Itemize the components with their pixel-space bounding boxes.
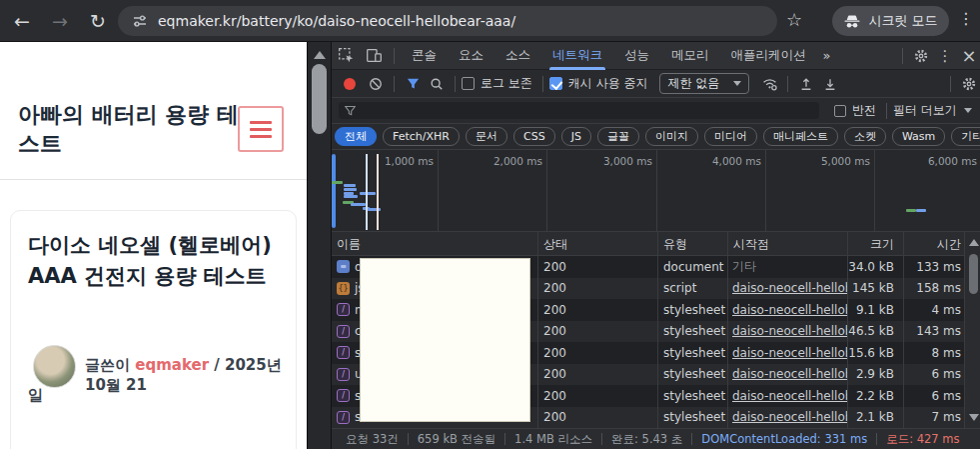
hamburger-menu-button[interactable] <box>238 106 284 152</box>
address-bar[interactable]: eqmaker.kr/battery/ko/daiso-neocell-hell… <box>118 6 777 36</box>
table-scrollbar[interactable] <box>964 232 980 428</box>
network-overview-timeline[interactable]: 1,000 ms2,000 ms3,000 ms4,000 ms5,000 ms… <box>332 150 980 232</box>
column-time[interactable]: 시간 <box>903 232 964 256</box>
timeline-request-bar <box>916 209 926 212</box>
column-status[interactable]: 상태 <box>537 232 657 256</box>
preserve-log-checkbox[interactable] <box>462 77 475 90</box>
request-time: 8 ms <box>903 342 964 364</box>
timeline-gridline <box>765 150 766 232</box>
column-type[interactable]: 유형 <box>657 232 727 256</box>
device-toolbar-icon[interactable] <box>360 42 388 70</box>
timeline-request-bar <box>368 208 381 211</box>
invert-checkbox[interactable] <box>834 105 846 117</box>
request-size: 46.5 kB <box>847 321 903 343</box>
bookmark-star-icon[interactable]: ☆ <box>786 9 802 30</box>
request-type: stylesheet <box>657 299 727 321</box>
search-icon[interactable] <box>425 72 449 96</box>
request-size: 2.2 kB <box>847 385 903 407</box>
filter-funnel-icon[interactable] <box>401 72 425 96</box>
throttling-select[interactable]: 제한 없음 <box>659 73 749 94</box>
network-conditions-icon[interactable] <box>757 72 781 96</box>
request-initiator[interactable]: daiso-neocell-hellobe <box>727 321 847 343</box>
column-initiator[interactable]: 시작점 <box>727 232 847 256</box>
network-settings-gear-icon[interactable] <box>957 72 980 96</box>
devtools-menu-icon[interactable]: ⋮ <box>933 42 957 70</box>
request-initiator[interactable]: 기타 <box>727 256 847 278</box>
import-har-icon[interactable] <box>794 72 818 96</box>
timeline-request-bar <box>906 209 916 212</box>
column-size[interactable]: 크기 <box>847 232 903 256</box>
close-icon[interactable]: × <box>957 42 980 70</box>
export-har-icon[interactable] <box>818 72 842 96</box>
devtools-tab[interactable]: 메모리 <box>660 42 720 70</box>
request-time: 143 ms <box>903 321 964 343</box>
settings-gear-icon[interactable] <box>909 42 933 70</box>
devtools-tab[interactable]: 소스 <box>494 42 541 70</box>
inspect-icon[interactable] <box>332 42 360 70</box>
request-size: 145 kB <box>847 278 903 300</box>
request-initiator[interactable]: daiso-neocell-hellobe <box>727 407 847 429</box>
article-title[interactable]: 다이소 네오셀 (헬로베어) AAA 건전지 용량 테스트 <box>28 230 282 292</box>
request-status: 200 <box>537 407 657 429</box>
disable-cache-checkbox[interactable] <box>549 77 562 90</box>
request-size: 15.6 kB <box>847 342 903 364</box>
column-name[interactable]: 이름 <box>332 232 537 256</box>
timeline-handle[interactable] <box>332 154 336 228</box>
forward-icon[interactable]: → <box>46 7 74 35</box>
filter-input[interactable] <box>339 102 819 119</box>
request-type-icon: {} <box>337 282 350 295</box>
back-icon[interactable]: ← <box>8 7 36 35</box>
devtools-tab[interactable]: 요소 <box>448 42 494 70</box>
timeline-gridline <box>874 150 875 232</box>
scroll-up-icon[interactable] <box>969 239 979 246</box>
record-icon[interactable] <box>344 78 356 90</box>
request-filter-chip[interactable]: 전체 <box>335 127 377 146</box>
request-initiator[interactable]: daiso-neocell-hellobe <box>727 299 847 321</box>
scroll-up-icon[interactable] <box>314 51 326 59</box>
request-filter-chip[interactable]: 소켓 <box>844 127 886 146</box>
site-title[interactable]: 아빠의 배터리 용량 테스트 <box>18 100 253 158</box>
request-filter-chip[interactable]: Wasm <box>892 127 945 146</box>
devtools-tab[interactable]: 콘솔 <box>401 42 448 70</box>
scrollbar-thumb[interactable] <box>312 64 327 134</box>
page-scrollbar[interactable] <box>307 42 331 449</box>
chevron-down-icon <box>964 108 972 113</box>
request-status: 200 <box>537 385 657 407</box>
author-link[interactable]: eqmaker <box>135 356 209 374</box>
request-filter-chip[interactable]: Fetch/XHR <box>383 127 460 146</box>
timeline-tick-label: 2,000 ms <box>485 155 542 167</box>
domcontentloaded-marker <box>366 154 368 230</box>
scroll-down-icon[interactable] <box>969 414 979 421</box>
request-initiator[interactable]: daiso-neocell-hellobe <box>727 364 847 386</box>
timeline-tick-label: 5,000 ms <box>812 155 870 167</box>
devtools-tab[interactable]: 성능 <box>613 42 660 70</box>
request-filter-chip[interactable]: 글꼴 <box>597 127 639 146</box>
reload-icon[interactable]: ↻ <box>84 7 112 35</box>
status-bar-item: 로드: 427 ms <box>877 432 968 447</box>
request-filter-chip[interactable]: 미디어 <box>704 127 757 146</box>
hamburger-menu-icon <box>250 121 272 124</box>
scrollbar-thumb[interactable] <box>969 254 978 294</box>
more-filters-button[interactable]: 필터 더보기 <box>893 102 972 119</box>
request-filter-chip[interactable]: 매니페스트 <box>763 127 838 146</box>
clear-icon[interactable] <box>364 72 388 96</box>
requests-table-header: 이름 상태 유형 시작점 크기 시간 <box>332 232 964 256</box>
browser-menu-icon[interactable]: ⋮ <box>956 9 976 28</box>
request-initiator[interactable]: daiso-neocell-hellobe <box>727 342 847 364</box>
request-filter-chip[interactable]: 문서 <box>466 127 507 146</box>
request-filter-chip[interactable]: 이미지 <box>645 127 698 146</box>
devtools-tab[interactable]: 네트워크 <box>541 42 613 70</box>
request-filter-chip[interactable]: CSS <box>513 127 555 146</box>
request-filter-chip[interactable]: 기타 <box>951 127 980 146</box>
timeline-gridline <box>546 150 547 232</box>
site-info-icon[interactable] <box>132 13 148 29</box>
devtools-tab[interactable]: 애플리케이션 <box>720 42 817 70</box>
request-type: stylesheet <box>657 364 727 386</box>
request-initiator[interactable]: daiso-neocell-hellobe <box>727 278 847 300</box>
request-type-icon: ≡ <box>337 260 350 273</box>
more-tabs-icon[interactable]: » <box>817 48 837 63</box>
status-bar-item: 659 kB 전송됨 <box>409 432 504 447</box>
request-initiator[interactable]: daiso-neocell-hellobe <box>727 385 847 407</box>
header-divider <box>0 179 307 180</box>
request-filter-chip[interactable]: JS <box>561 127 591 146</box>
